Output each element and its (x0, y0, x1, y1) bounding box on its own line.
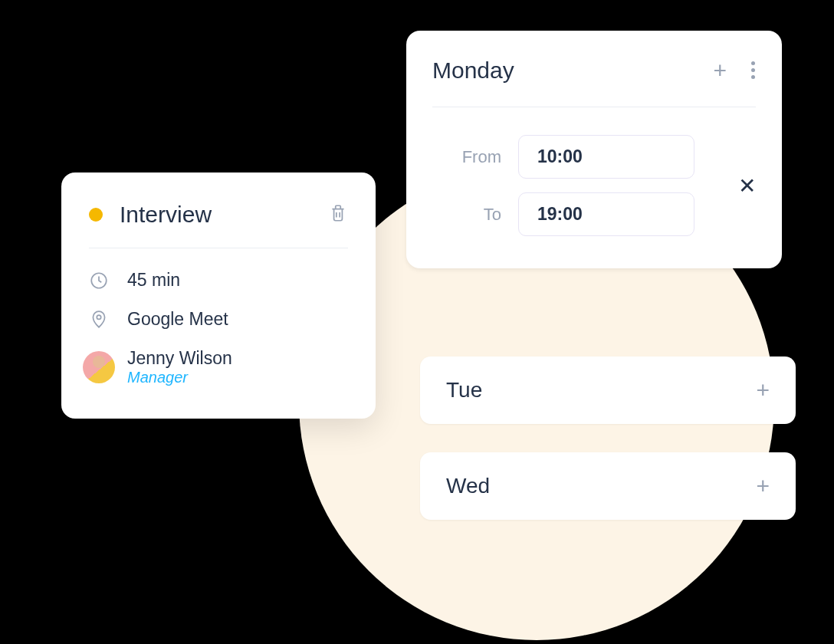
interview-header: Interview (89, 202, 348, 248)
svg-point-1 (97, 315, 100, 319)
wednesday-card: Wed + (420, 452, 796, 520)
location-icon (89, 310, 109, 330)
clock-icon (89, 271, 109, 291)
to-row: To (432, 192, 723, 236)
wednesday-label: Wed (446, 474, 756, 498)
trash-icon[interactable] (328, 203, 348, 226)
tuesday-label: Tue (446, 378, 756, 402)
person-role: Manager (127, 369, 232, 386)
more-icon[interactable] (747, 57, 756, 84)
to-input[interactable] (518, 192, 694, 236)
time-section: From To ✕ (432, 135, 756, 236)
monday-header: Monday + (432, 57, 756, 107)
monday-title: Monday (432, 58, 713, 84)
from-input[interactable] (518, 135, 694, 179)
add-icon[interactable]: + (713, 59, 727, 82)
duration-text: 45 min (127, 270, 180, 291)
add-icon[interactable]: + (756, 475, 770, 498)
location-text: Google Meet (127, 309, 228, 330)
tuesday-card: Tue + (420, 356, 796, 424)
location-row: Google Meet (89, 309, 348, 330)
person-info: Jenny Wilson Manager (127, 348, 232, 386)
close-icon[interactable]: ✕ (738, 173, 756, 199)
to-label: To (432, 205, 501, 225)
interview-card: Interview 45 min Google Meet Jenny Wilso… (61, 172, 376, 419)
avatar (83, 351, 115, 383)
add-icon[interactable]: + (756, 379, 770, 402)
from-label: From (432, 147, 501, 167)
time-inputs: From To (432, 135, 723, 236)
interview-title: Interview (120, 202, 328, 228)
person-name: Jenny Wilson (127, 348, 232, 369)
monday-card: Monday + From To ✕ (406, 31, 782, 268)
from-row: From (432, 135, 723, 179)
person-row: Jenny Wilson Manager (89, 348, 348, 386)
status-dot-icon (89, 208, 103, 222)
duration-row: 45 min (89, 270, 348, 291)
